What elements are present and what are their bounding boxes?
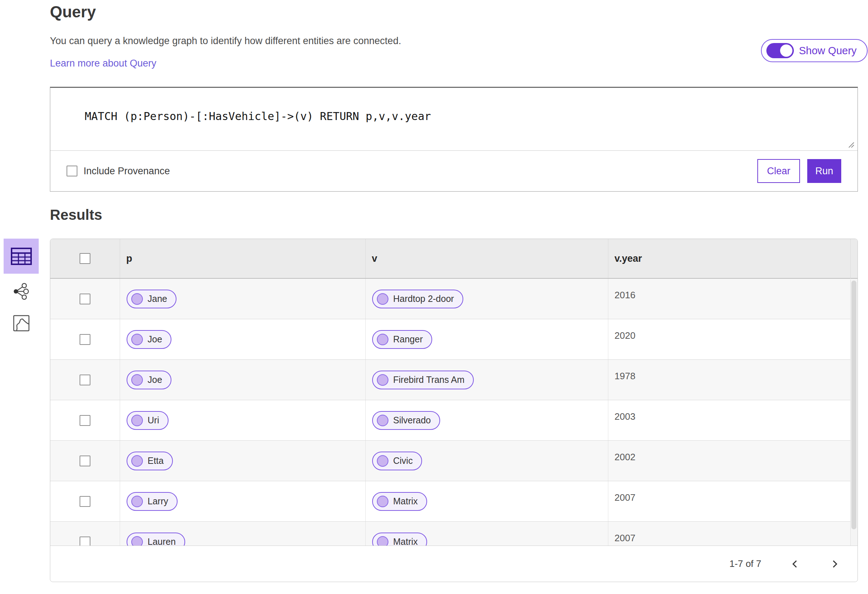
table-footer: 1-7 of 7 [50, 545, 858, 582]
entity-chip-v[interactable]: Hardtop 2-door [372, 290, 463, 308]
entity-chip-v[interactable]: Firebird Trans Am [372, 371, 474, 389]
v-year-value: 2020 [608, 319, 858, 360]
toggle-knob [780, 44, 793, 57]
entity-label: Uri [148, 415, 159, 426]
page-title: Query [50, 3, 96, 21]
include-provenance-checkbox[interactable] [66, 166, 77, 177]
resize-handle-icon[interactable] [847, 140, 855, 148]
node-icon [377, 293, 388, 305]
entity-chip-v[interactable]: Matrix [372, 492, 427, 511]
entity-chip-p[interactable]: Jane [127, 290, 177, 308]
column-header-v: v [365, 239, 608, 278]
entity-label: Civic [393, 455, 413, 466]
entity-label: Firebird Trans Am [393, 374, 464, 385]
node-icon [131, 334, 143, 345]
node-icon [377, 374, 388, 386]
entity-chip-p[interactable]: Uri [127, 411, 168, 430]
chevron-left-icon [790, 559, 800, 569]
entity-label: Hardtop 2-door [393, 293, 454, 304]
node-icon [131, 455, 143, 467]
entity-label: Matrix [393, 496, 418, 507]
entity-label: Joe [148, 334, 162, 345]
v-year-value: 2002 [608, 441, 858, 481]
page-description: You can query a knowledge graph to ident… [50, 35, 401, 47]
entity-chip-p[interactable]: Joe [127, 371, 171, 389]
graph-icon [12, 282, 30, 301]
column-header-p: p [120, 239, 365, 278]
entity-chip-v[interactable]: Silverado [372, 411, 440, 430]
entity-chip-v[interactable]: Ranger [372, 330, 432, 349]
toggle-switch-icon[interactable] [766, 43, 794, 58]
graph-view-button[interactable] [11, 281, 31, 302]
table-body: Jane Hardtop 2-door 2016 Joe Ranger 2020 [50, 279, 858, 562]
scrollbar-corner [850, 239, 858, 279]
row-checkbox[interactable] [80, 455, 90, 466]
entity-chip-v[interactable]: Civic [372, 451, 422, 470]
entity-label: Jane [148, 293, 167, 304]
node-icon [131, 374, 143, 386]
row-checkbox[interactable] [80, 496, 90, 507]
column-header-v-year: v.year [608, 239, 858, 278]
node-icon [131, 415, 143, 426]
query-input[interactable]: MATCH (p:Person)-[:HasVehicle]->(v) RETU… [50, 88, 858, 151]
entity-label: Ranger [393, 334, 423, 345]
next-page-button[interactable] [828, 558, 841, 570]
v-year-value: 2007 [608, 481, 858, 521]
v-year-value: 2016 [608, 279, 858, 319]
query-text: MATCH (p:Person)-[:HasVehicle]->(v) RETU… [85, 110, 431, 122]
vertical-scrollbar [850, 280, 858, 545]
show-query-toggle[interactable]: Show Query [761, 39, 868, 62]
pagination-range: 1-7 of 7 [729, 558, 761, 569]
v-year-value: 2003 [608, 400, 858, 440]
node-icon [377, 496, 388, 507]
row-checkbox[interactable] [80, 334, 90, 345]
v-year-value: 1978 [608, 360, 858, 400]
chevron-right-icon [830, 559, 840, 569]
include-provenance-label: Include Provenance [84, 166, 170, 177]
table-row: Joe Firebird Trans Am 1978 [50, 360, 858, 400]
previous-page-button[interactable] [789, 558, 801, 570]
clear-button[interactable]: Clear [757, 159, 800, 183]
row-checkbox[interactable] [80, 415, 90, 426]
table-row: Jane Hardtop 2-door 2016 [50, 279, 858, 319]
run-button[interactable]: Run [807, 159, 841, 183]
scrollbar-thumb[interactable] [851, 280, 856, 529]
results-table: p v v.year Jane Hardtop 2-door 2016 Joe [50, 239, 858, 582]
select-all-checkbox[interactable] [80, 253, 90, 264]
node-icon [131, 496, 143, 507]
entity-label: Joe [148, 374, 162, 385]
table-view-button[interactable] [4, 239, 39, 274]
entity-label: Etta [148, 455, 164, 466]
row-checkbox[interactable] [80, 374, 90, 385]
table-header-row: p v v.year [50, 239, 858, 279]
node-icon [377, 334, 388, 345]
node-icon [131, 293, 143, 305]
map-view-button[interactable] [12, 314, 31, 333]
node-icon [377, 415, 388, 426]
show-query-label: Show Query [799, 45, 857, 57]
table-row: Uri Silverado 2003 [50, 400, 858, 441]
learn-more-link[interactable]: Learn more about Query [50, 58, 156, 69]
query-panel-footer: Include Provenance Clear Run [50, 151, 858, 191]
entity-label: Larry [148, 496, 168, 507]
table-row: Joe Ranger 2020 [50, 319, 858, 360]
table-row: Etta Civic 2002 [50, 441, 858, 481]
row-checkbox[interactable] [80, 293, 90, 304]
results-title: Results [50, 207, 102, 223]
entity-chip-p[interactable]: Larry [127, 492, 177, 511]
include-provenance-option[interactable]: Include Provenance [66, 166, 170, 177]
node-icon [377, 455, 388, 467]
map-icon [13, 314, 30, 332]
entity-chip-p[interactable]: Etta [127, 451, 173, 470]
table-icon [10, 247, 32, 265]
entity-label: Silverado [393, 415, 431, 426]
query-panel: MATCH (p:Person)-[:HasVehicle]->(v) RETU… [50, 87, 858, 192]
table-row: Larry Matrix 2007 [50, 481, 858, 522]
entity-chip-p[interactable]: Joe [127, 330, 171, 349]
